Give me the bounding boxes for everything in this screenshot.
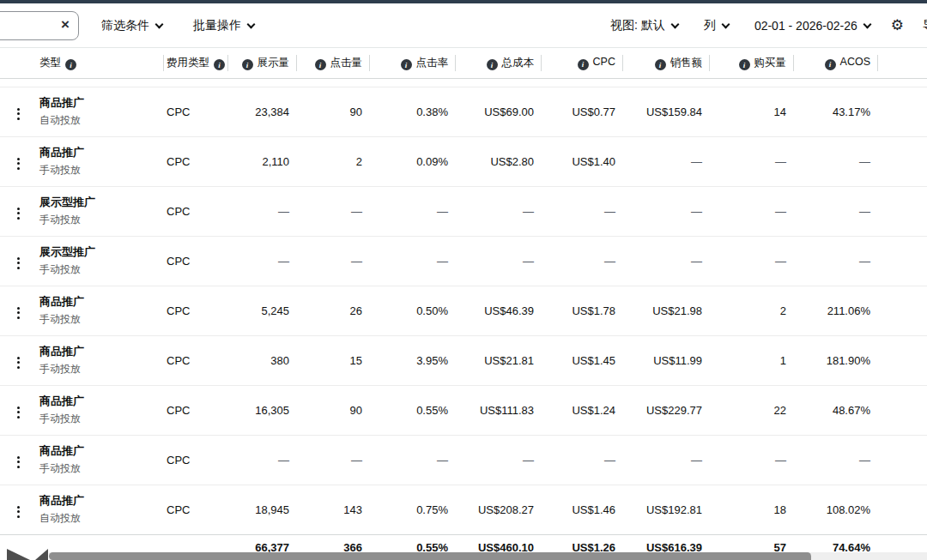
bottom-scroll-area [0,546,927,560]
filter-dropdown[interactable]: 筛选条件 [101,18,162,33]
gear-icon: ⚙ [891,17,904,33]
info-icon[interactable]: i [578,59,589,70]
date-range-picker[interactable]: 02-01 - 2026-02-26 [754,19,870,33]
row-actions-menu-button[interactable] [14,105,23,123]
row-actions-menu-button[interactable] [14,453,23,472]
column-header-clicks[interactable]: i点击量 [296,48,369,78]
cell-ctr: 3.95% [369,335,455,385]
info-icon[interactable]: i [315,59,326,70]
kebab-icon [17,506,20,509]
cell-impressions: 16,305 [227,385,296,435]
cell-ctr: 0.38% [369,87,455,136]
cell-cost_type: CPC [163,186,227,236]
bulk-actions-dropdown[interactable]: 批量操作 [193,18,254,33]
column-header-actions [0,48,36,78]
column-header-type[interactable]: 类型i [36,48,163,78]
row-actions-menu-button[interactable] [14,503,23,521]
cell-clicks: — [296,435,369,485]
kebab-icon [17,456,20,459]
column-header-impressions[interactable]: i展示量 [227,48,296,78]
column-header-cpc[interactable]: iCPC [541,48,622,78]
column-header-ctr[interactable]: i点击率 [369,48,455,78]
row-actions-menu-button[interactable] [14,403,23,422]
table-header: 类型i费用类型ii展示量i点击量i点击率i总成本iCPCi销售额i购买量iACO… [0,48,927,78]
cell-acos: — [793,435,877,485]
prev-icon[interactable] [35,549,48,560]
cell-type: 商品推广自动投放 [36,87,163,136]
app-root: × 筛选条件 批量操作 视图: 默认 列 02-01 - 2026-02-26 [0,0,927,560]
row-actions-menu-button[interactable] [14,154,23,173]
info-icon[interactable]: i [401,59,412,70]
column-label: 展示量 [258,57,290,69]
targeting-type: 手动投放 [39,262,163,277]
cell-acos: — [793,236,877,286]
cell-type: 展示型推广手动投放 [36,186,163,236]
cell-actions [0,385,36,435]
info-icon[interactable]: i [214,59,225,70]
cell-cost_type: CPC [163,87,227,136]
play-icon[interactable] [7,549,30,560]
cell-type: 展示型推广手动投放 [36,236,163,286]
cell-type: 商品推广自动投放 [36,485,163,534]
header-row: 类型i费用类型ii展示量i点击量i点击率i总成本iCPCi销售额i购买量iACO… [0,48,927,78]
kebab-icon [17,257,20,260]
info-icon[interactable]: i [242,59,253,70]
columns-dropdown[interactable]: 列 [704,18,729,33]
horizontal-scrollbar-thumb[interactable] [49,552,811,560]
cell-sales: US$192.81 [622,485,709,534]
cell-orders: — [709,136,793,186]
column-header-acos[interactable]: iACOS [793,48,877,78]
cell-sales: — [622,435,709,485]
row-actions-menu-button[interactable] [14,204,23,223]
cell-clicks: 15 [296,335,369,385]
info-icon[interactable]: i [487,59,498,70]
cell-ctr: 0.75% [369,485,455,534]
view-dropdown[interactable]: 视图: 默认 [610,18,678,33]
cell-actions [0,335,36,385]
column-label: 销售额 [670,57,703,69]
column-header-sales[interactable]: i销售额 [622,48,709,78]
column-header-orders[interactable]: i购买量 [709,48,793,78]
cell-orders: 2 [709,286,793,335]
row-actions-menu-button[interactable] [14,304,23,322]
column-header-spend[interactable]: i总成本 [455,48,541,78]
chevron-down-icon [721,20,730,28]
targeting-type: 手动投放 [39,412,163,426]
info-icon[interactable]: i [655,59,666,70]
search-box[interactable]: × [0,11,79,40]
row-actions-menu-button[interactable] [14,254,23,273]
cell-cost_type: CPC [163,485,227,534]
column-label: 点击率 [416,57,449,69]
close-icon: × [61,16,70,33]
cell-orders: 14 [709,87,793,136]
cell-ctr: — [369,435,455,485]
cell-spend: US$46.39 [455,286,541,335]
export-label-clipped[interactable]: 导 [923,18,927,33]
table-row: 商品推广手动投放CPC———————— [0,435,927,485]
settings-gear-button[interactable]: ⚙ [891,18,904,33]
filter-label: 筛选条件 [101,18,149,33]
cell-impressions: — [227,435,296,485]
cell-cpc: US$1.40 [541,136,622,186]
cell-spacer [877,236,927,286]
search-input[interactable] [0,12,58,39]
column-header-spacer [877,48,927,78]
column-label: 购买量 [754,57,787,69]
cell-actions [0,136,36,186]
cell-actions [0,435,36,485]
table-row: 商品推广手动投放CPC16,305900.55%US$111.83US$1.24… [0,385,927,435]
info-icon[interactable]: i [739,59,750,70]
row-actions-menu-button[interactable] [14,353,23,372]
cell-clicks: 90 [296,87,369,136]
cell-cost_type: CPC [163,335,227,385]
cell-cpc: US$1.46 [541,485,622,534]
cell-type: 商品推广手动投放 [36,335,163,385]
column-header-cost_type[interactable]: 费用类型i [163,48,227,78]
cell-clicks: 26 [296,286,369,335]
cell-clicks: 90 [296,385,369,435]
info-icon[interactable]: i [825,59,836,70]
info-icon[interactable]: i [65,59,76,70]
cell-impressions: 380 [227,335,296,385]
clear-search-button[interactable]: × [58,17,78,33]
cell-acos: — [793,136,877,186]
